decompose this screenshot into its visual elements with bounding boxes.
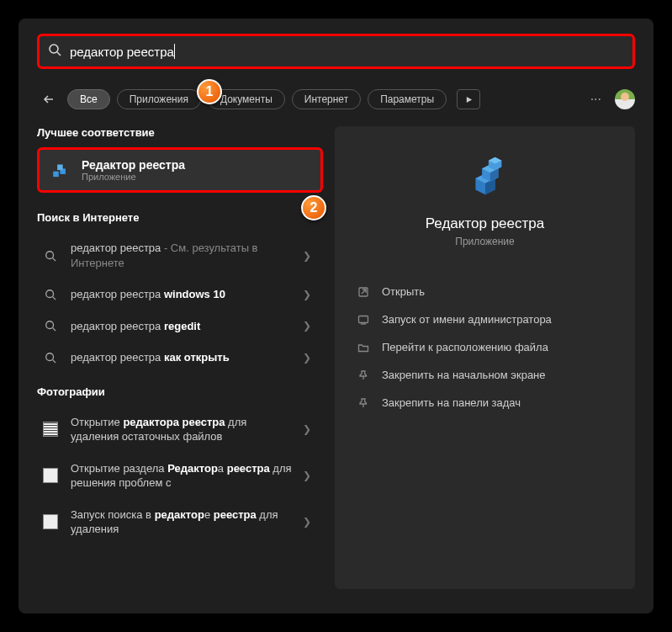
result-text: редактор реестра как открыть [71, 350, 293, 365]
chevron-right-icon: ❯ [303, 352, 320, 364]
web-result-2[interactable]: редактор реестра regedit❯ [37, 311, 323, 343]
action-pin-task[interactable]: Закрепить на панели задач [352, 389, 618, 417]
search-icon [48, 43, 61, 60]
photo-result-0[interactable]: Открытие редактора реестра для удаления … [37, 406, 323, 453]
filter-row: Все Приложения Документы Интернет Параме… [37, 88, 635, 111]
chevron-right-icon: ❯ [303, 320, 320, 332]
photo-result-2[interactable]: Запуск поиска в редакторе реестра для уд… [37, 499, 323, 545]
chevron-right-icon: ❯ [303, 470, 320, 481]
filter-apps[interactable]: Приложения [117, 89, 201, 109]
result-text: редактор реестра regedit [71, 319, 293, 334]
search-input-value[interactable]: редактор реестра [70, 45, 174, 59]
regedit-icon-large [458, 150, 512, 204]
best-match-header: Лучшее соответствие [37, 126, 323, 139]
search-icon [40, 250, 61, 262]
action-location[interactable]: Перейти к расположению файла [352, 333, 618, 361]
svg-point-7 [46, 290, 54, 298]
search-box[interactable]: редактор реестра [37, 34, 635, 69]
chevron-right-icon: ❯ [303, 516, 320, 528]
user-avatar[interactable] [615, 89, 635, 109]
action-open-label: Открыть [382, 285, 425, 298]
document-icon [40, 468, 61, 483]
result-text: Открытие раздела Редактора реестра для р… [71, 461, 293, 491]
search-icon [40, 352, 61, 364]
svg-line-6 [53, 258, 56, 261]
chevron-right-icon: ❯ [303, 423, 320, 435]
search-window: редактор реестра 1 Все Приложения Докуме… [19, 19, 653, 613]
result-text: редактор реестра - См. результаты в Инте… [71, 241, 293, 270]
filter-web[interactable]: Интернет [292, 89, 361, 109]
preview-sub: Приложение [352, 236, 618, 247]
svg-rect-14 [359, 316, 368, 322]
folder-icon [357, 342, 370, 353]
action-admin-label: Запуск от имени администратора [382, 313, 552, 326]
preview-title: Редактор реестра [352, 215, 618, 232]
document-icon [40, 422, 61, 437]
back-button[interactable] [37, 88, 61, 111]
best-match-item[interactable]: Редактор реестра Приложение [37, 147, 323, 193]
open-icon [357, 286, 370, 298]
action-pin-start[interactable]: Закрепить на начальном экране [352, 361, 618, 389]
action-location-label: Перейти к расположению файла [382, 341, 548, 353]
search-icon [40, 289, 61, 300]
svg-rect-4 [57, 165, 63, 171]
svg-point-11 [46, 353, 54, 361]
action-admin[interactable]: Запуск от имени администратора [352, 305, 618, 333]
web-result-3[interactable]: редактор реестра как открыть❯ [37, 342, 323, 374]
preview-panel: Редактор реестра Приложение Открыть Запу… [335, 126, 635, 589]
action-pin-task-label: Закрепить на панели задач [382, 396, 521, 409]
web-result-1[interactable]: редактор реестра windows 10❯ [37, 279, 323, 311]
svg-point-5 [46, 251, 54, 258]
more-button[interactable]: ··· [584, 92, 608, 107]
filter-settings[interactable]: Параметры [368, 89, 447, 109]
admin-icon [357, 314, 370, 326]
photos-header: Фотографии [37, 385, 323, 398]
callout-2: 2 [301, 195, 326, 220]
chevron-right-icon: ❯ [303, 289, 320, 300]
play-button[interactable] [457, 89, 480, 109]
regedit-icon [50, 158, 73, 182]
web-result-0[interactable]: редактор реестра - См. результаты в Инте… [37, 232, 323, 279]
best-match-title: Редактор реестра [82, 158, 185, 172]
text-cursor [174, 44, 175, 59]
action-pin-start-label: Закрепить на начальном экране [382, 369, 546, 381]
pin-icon [357, 397, 370, 409]
svg-point-0 [50, 45, 58, 53]
photo-result-1[interactable]: Открытие раздела Редактора реестра для р… [37, 453, 323, 499]
result-text: редактор реестра windows 10 [71, 287, 293, 302]
search-icon [40, 320, 61, 332]
svg-line-10 [53, 328, 56, 332]
svg-line-8 [53, 296, 56, 300]
svg-rect-2 [53, 172, 59, 178]
filter-all[interactable]: Все [67, 89, 110, 109]
svg-line-1 [57, 52, 61, 56]
svg-point-9 [46, 321, 54, 329]
results-column: Лучшее соответствие Редактор реестра При… [37, 126, 323, 589]
svg-line-12 [53, 360, 56, 364]
result-text: Запуск поиска в редакторе реестра для уд… [71, 507, 293, 537]
pin-icon [357, 369, 370, 381]
result-text: Открытие редактора реестра для удаления … [71, 415, 293, 444]
web-search-header: Поиск в Интернете [37, 211, 323, 224]
best-match-sub: Приложение [82, 172, 185, 182]
actions-list: Открыть Запуск от имени администратора П… [352, 278, 618, 417]
action-open[interactable]: Открыть [352, 278, 618, 305]
document-icon [40, 514, 61, 529]
chevron-right-icon: ❯ [303, 250, 320, 262]
callout-1: 1 [197, 79, 222, 104]
